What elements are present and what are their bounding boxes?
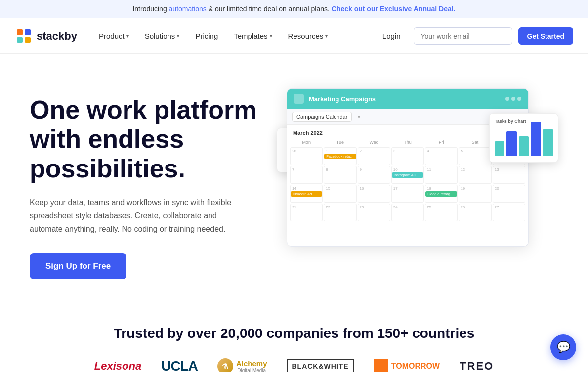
nav-right: Login Get Started	[376, 27, 573, 45]
cal-cell: 20	[493, 185, 525, 203]
cal-cell: 28	[290, 147, 323, 165]
calendar-row-2: 7 8 9 10 Instagram AD 11 12 13	[290, 166, 525, 184]
calendar-nav-icon: ▾	[358, 114, 360, 120]
cal-cell: 17	[391, 185, 424, 203]
cal-cell: 24	[391, 204, 424, 221]
day-mon: Mon	[290, 139, 323, 146]
hero-text-block: One work platform with endless possibili…	[30, 95, 257, 280]
day-sat: Sat	[459, 139, 491, 146]
logo-blackwhite: BLACK&WHITE	[287, 356, 353, 372]
bw-text: BLACK&WHITE	[287, 359, 353, 372]
chat-button[interactable]: 💬	[550, 334, 576, 360]
svg-rect-1	[17, 29, 23, 35]
nav-item-resources[interactable]: Resources ▾	[281, 28, 335, 44]
cal-cell: 23	[358, 204, 390, 221]
announcement-cta-link[interactable]: Check out our Exclusive Annual Deal.	[332, 5, 456, 13]
dashboard-title: Marketing Campaigns	[309, 95, 501, 103]
cal-cell: 4	[425, 147, 458, 165]
cal-cell: 11	[425, 166, 458, 184]
nav-item-product[interactable]: Product ▾	[92, 28, 136, 44]
get-started-button[interactable]: Get Started	[518, 27, 573, 45]
cal-cell: 16	[358, 185, 390, 203]
cal-cell: 2	[358, 147, 390, 165]
logo-treo: TREO	[460, 356, 494, 372]
nav-links: Product ▾ Solutions ▾ Pricing Templates …	[92, 28, 371, 44]
dashboard-mockup: Marketing Campaigns Campaigns Calendar ▾…	[287, 88, 529, 247]
event-linkedin: LinkedIn Ad	[291, 191, 322, 197]
logo-alchemy: ⚗ Alchemy Digital Media	[217, 356, 267, 372]
event-instagram: Instagram AD	[392, 172, 423, 178]
dot-3	[517, 97, 521, 101]
event-facebook: Facebook retargeting	[324, 154, 356, 159]
cal-cell: 14 LinkedIn Ad	[290, 185, 323, 203]
tab-calendar[interactable]: Campaigns Calendar	[292, 112, 352, 122]
trusted-section: Trusted by over 20,000 companies from 15…	[0, 311, 588, 372]
event-google: Google retargeting Ads	[425, 191, 457, 197]
announcement-automations-link[interactable]: automations	[169, 5, 207, 13]
calendar-row-3: 14 LinkedIn Ad 15 16 17 18 Google retarg…	[290, 185, 525, 203]
dashboard-header: Marketing Campaigns	[287, 89, 528, 109]
cal-cell: 9	[358, 166, 390, 184]
cal-cell: 21	[290, 204, 323, 221]
day-fri: Fri	[425, 139, 458, 146]
cal-cell: 8	[324, 166, 356, 184]
svg-rect-3	[25, 29, 31, 35]
announcement-text: Introducing	[132, 5, 168, 13]
logo-ucla: UCLA	[161, 356, 198, 372]
tomorrow-icon	[374, 359, 388, 372]
announcement-text-middle: & our limited time deal on annual plans.	[209, 5, 332, 13]
logo[interactable]: stackby	[15, 27, 77, 45]
login-button[interactable]: Login	[376, 28, 408, 44]
cal-cell: 26	[459, 204, 491, 221]
product-chevron-icon: ▾	[126, 33, 129, 39]
logo-tomorrow: TOMORROW	[374, 356, 440, 372]
dot-2	[511, 97, 515, 101]
svg-rect-4	[25, 37, 31, 43]
cal-cell: 22	[324, 204, 356, 221]
svg-rect-2	[17, 37, 23, 43]
alchemy-main-text: Alchemy	[236, 359, 267, 368]
resources-chevron-icon: ▾	[325, 33, 328, 39]
tomorrow-text: TOMORROW	[391, 362, 440, 371]
cal-cell: 10 Instagram AD	[391, 166, 424, 184]
cal-cell: 27	[493, 204, 525, 221]
day-thu: Thu	[391, 139, 424, 146]
logo-text: stackby	[37, 30, 77, 42]
cal-cell: 15	[324, 185, 356, 203]
alchemy-icon: ⚗	[217, 358, 233, 372]
cal-cell: 1 Facebook retargeting	[324, 147, 356, 165]
nav-item-pricing[interactable]: Pricing	[188, 28, 225, 44]
chart-bars-container	[495, 126, 553, 156]
treo-text: TREO	[460, 360, 494, 372]
hero-cta-button[interactable]: Sign Up for Free	[30, 253, 126, 279]
bar-chart-overlay: Tasks by Chart	[489, 113, 558, 163]
stackby-logo-icon	[15, 27, 33, 45]
cal-cell: 18 Google retargeting Ads	[425, 185, 458, 203]
cal-cell: 3	[391, 147, 424, 165]
chat-icon: 💬	[557, 341, 570, 354]
calendar-row-4: 21 22 23 24 25 26 27	[290, 204, 525, 221]
dashboard-header-icon	[294, 94, 304, 104]
cal-cell: 13	[493, 166, 525, 184]
announcement-bar: Introducing automations & our limited ti…	[0, 0, 588, 18]
dot-1	[505, 97, 509, 101]
cal-cell: 7	[290, 166, 323, 184]
cal-cell: 19	[459, 185, 491, 203]
email-input[interactable]	[414, 27, 512, 45]
solutions-chevron-icon: ▾	[177, 33, 179, 39]
nav-item-solutions[interactable]: Solutions ▾	[138, 28, 187, 44]
dashboard-header-dots	[505, 97, 521, 101]
cal-cell: 12	[459, 166, 491, 184]
hero-description: Keep your data, teams and workflows in s…	[30, 196, 242, 236]
hero-title: One work platform with endless possibili…	[30, 95, 257, 184]
alchemy-text-block: Alchemy Digital Media	[236, 359, 267, 372]
logo-lexisona: Lexisona	[94, 356, 141, 372]
chart-title: Tasks by Chart	[495, 119, 553, 124]
bar-3	[519, 136, 529, 156]
nav-item-templates[interactable]: Templates ▾	[227, 28, 279, 44]
hero-section: One work platform with endless possibili…	[0, 54, 588, 311]
alchemy-sub-text: Digital Media	[236, 368, 267, 372]
cal-cell: 5	[459, 147, 491, 165]
day-tue: Tue	[324, 139, 356, 146]
bar-5	[543, 129, 553, 156]
